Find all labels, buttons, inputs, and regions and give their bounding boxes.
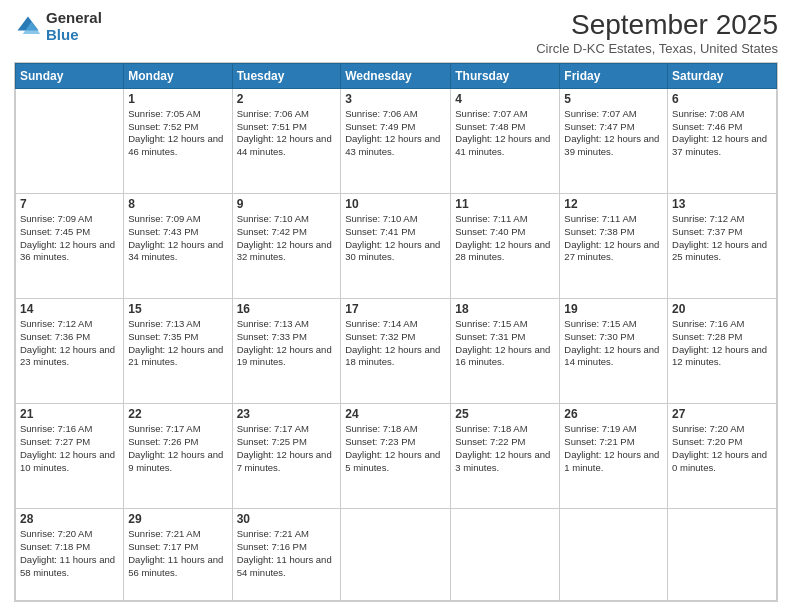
day-info: Sunrise: 7:15 AMSunset: 7:30 PMDaylight:… — [564, 318, 663, 369]
day-info: Sunrise: 7:18 AMSunset: 7:22 PMDaylight:… — [455, 423, 555, 474]
day-header-friday: Friday — [560, 63, 668, 88]
day-number: 3 — [345, 92, 446, 106]
day-number: 28 — [20, 512, 119, 526]
day-number: 8 — [128, 197, 227, 211]
day-info: Sunrise: 7:14 AMSunset: 7:32 PMDaylight:… — [345, 318, 446, 369]
day-cell: 8Sunrise: 7:09 AMSunset: 7:43 PMDaylight… — [124, 193, 232, 298]
day-header-sunday: Sunday — [16, 63, 124, 88]
logo-blue: Blue — [46, 27, 102, 44]
day-number: 4 — [455, 92, 555, 106]
day-cell: 5Sunrise: 7:07 AMSunset: 7:47 PMDaylight… — [560, 88, 668, 193]
header: General Blue September 2025 Circle D-KC … — [14, 10, 778, 56]
day-info: Sunrise: 7:17 AMSunset: 7:25 PMDaylight:… — [237, 423, 337, 474]
day-cell: 27Sunrise: 7:20 AMSunset: 7:20 PMDayligh… — [668, 404, 777, 509]
day-cell: 6Sunrise: 7:08 AMSunset: 7:46 PMDaylight… — [668, 88, 777, 193]
calendar: SundayMondayTuesdayWednesdayThursdayFrid… — [14, 62, 778, 602]
day-number: 17 — [345, 302, 446, 316]
day-info: Sunrise: 7:16 AMSunset: 7:28 PMDaylight:… — [672, 318, 772, 369]
day-number: 22 — [128, 407, 227, 421]
day-info: Sunrise: 7:16 AMSunset: 7:27 PMDaylight:… — [20, 423, 119, 474]
day-cell: 4Sunrise: 7:07 AMSunset: 7:48 PMDaylight… — [451, 88, 560, 193]
day-number: 16 — [237, 302, 337, 316]
day-info: Sunrise: 7:09 AMSunset: 7:43 PMDaylight:… — [128, 213, 227, 264]
calendar-header: SundayMondayTuesdayWednesdayThursdayFrid… — [16, 63, 777, 88]
day-info: Sunrise: 7:20 AMSunset: 7:20 PMDaylight:… — [672, 423, 772, 474]
day-cell: 29Sunrise: 7:21 AMSunset: 7:17 PMDayligh… — [124, 509, 232, 601]
day-number: 12 — [564, 197, 663, 211]
day-cell: 17Sunrise: 7:14 AMSunset: 7:32 PMDayligh… — [341, 298, 451, 403]
day-cell: 3Sunrise: 7:06 AMSunset: 7:49 PMDaylight… — [341, 88, 451, 193]
day-info: Sunrise: 7:18 AMSunset: 7:23 PMDaylight:… — [345, 423, 446, 474]
day-cell: 11Sunrise: 7:11 AMSunset: 7:40 PMDayligh… — [451, 193, 560, 298]
day-cell — [341, 509, 451, 601]
day-cell: 14Sunrise: 7:12 AMSunset: 7:36 PMDayligh… — [16, 298, 124, 403]
day-info: Sunrise: 7:09 AMSunset: 7:45 PMDaylight:… — [20, 213, 119, 264]
day-cell: 23Sunrise: 7:17 AMSunset: 7:25 PMDayligh… — [232, 404, 341, 509]
day-number: 20 — [672, 302, 772, 316]
day-cell: 24Sunrise: 7:18 AMSunset: 7:23 PMDayligh… — [341, 404, 451, 509]
day-cell: 9Sunrise: 7:10 AMSunset: 7:42 PMDaylight… — [232, 193, 341, 298]
day-info: Sunrise: 7:07 AMSunset: 7:48 PMDaylight:… — [455, 108, 555, 159]
day-info: Sunrise: 7:13 AMSunset: 7:35 PMDaylight:… — [128, 318, 227, 369]
day-number: 7 — [20, 197, 119, 211]
title-block: September 2025 Circle D-KC Estates, Texa… — [536, 10, 778, 56]
logo-general: General — [46, 10, 102, 27]
day-cell — [451, 509, 560, 601]
day-info: Sunrise: 7:10 AMSunset: 7:41 PMDaylight:… — [345, 213, 446, 264]
day-number: 19 — [564, 302, 663, 316]
day-header-tuesday: Tuesday — [232, 63, 341, 88]
day-cell: 26Sunrise: 7:19 AMSunset: 7:21 PMDayligh… — [560, 404, 668, 509]
day-cell: 7Sunrise: 7:09 AMSunset: 7:45 PMDaylight… — [16, 193, 124, 298]
day-cell: 2Sunrise: 7:06 AMSunset: 7:51 PMDaylight… — [232, 88, 341, 193]
day-number: 10 — [345, 197, 446, 211]
day-number: 18 — [455, 302, 555, 316]
day-header-thursday: Thursday — [451, 63, 560, 88]
calendar-table: SundayMondayTuesdayWednesdayThursdayFrid… — [15, 63, 777, 601]
day-info: Sunrise: 7:21 AMSunset: 7:17 PMDaylight:… — [128, 528, 227, 579]
day-cell: 21Sunrise: 7:16 AMSunset: 7:27 PMDayligh… — [16, 404, 124, 509]
day-header-monday: Monday — [124, 63, 232, 88]
day-number: 9 — [237, 197, 337, 211]
day-cell — [668, 509, 777, 601]
day-number: 1 — [128, 92, 227, 106]
day-cell: 19Sunrise: 7:15 AMSunset: 7:30 PMDayligh… — [560, 298, 668, 403]
calendar-body: 1Sunrise: 7:05 AMSunset: 7:52 PMDaylight… — [16, 88, 777, 600]
day-number: 23 — [237, 407, 337, 421]
day-header-wednesday: Wednesday — [341, 63, 451, 88]
day-info: Sunrise: 7:13 AMSunset: 7:33 PMDaylight:… — [237, 318, 337, 369]
day-number: 15 — [128, 302, 227, 316]
day-number: 29 — [128, 512, 227, 526]
week-row-5: 28Sunrise: 7:20 AMSunset: 7:18 PMDayligh… — [16, 509, 777, 601]
day-info: Sunrise: 7:21 AMSunset: 7:16 PMDaylight:… — [237, 528, 337, 579]
day-number: 2 — [237, 92, 337, 106]
header-row: SundayMondayTuesdayWednesdayThursdayFrid… — [16, 63, 777, 88]
logo-text: General Blue — [46, 10, 102, 43]
day-number: 5 — [564, 92, 663, 106]
day-cell: 20Sunrise: 7:16 AMSunset: 7:28 PMDayligh… — [668, 298, 777, 403]
day-number: 21 — [20, 407, 119, 421]
day-info: Sunrise: 7:12 AMSunset: 7:36 PMDaylight:… — [20, 318, 119, 369]
day-cell: 18Sunrise: 7:15 AMSunset: 7:31 PMDayligh… — [451, 298, 560, 403]
day-number: 26 — [564, 407, 663, 421]
day-info: Sunrise: 7:10 AMSunset: 7:42 PMDaylight:… — [237, 213, 337, 264]
day-cell: 15Sunrise: 7:13 AMSunset: 7:35 PMDayligh… — [124, 298, 232, 403]
day-cell — [560, 509, 668, 601]
day-header-saturday: Saturday — [668, 63, 777, 88]
day-info: Sunrise: 7:06 AMSunset: 7:49 PMDaylight:… — [345, 108, 446, 159]
day-info: Sunrise: 7:07 AMSunset: 7:47 PMDaylight:… — [564, 108, 663, 159]
day-info: Sunrise: 7:06 AMSunset: 7:51 PMDaylight:… — [237, 108, 337, 159]
day-number: 27 — [672, 407, 772, 421]
day-info: Sunrise: 7:11 AMSunset: 7:40 PMDaylight:… — [455, 213, 555, 264]
subtitle: Circle D-KC Estates, Texas, United State… — [536, 41, 778, 56]
week-row-4: 21Sunrise: 7:16 AMSunset: 7:27 PMDayligh… — [16, 404, 777, 509]
week-row-3: 14Sunrise: 7:12 AMSunset: 7:36 PMDayligh… — [16, 298, 777, 403]
day-number: 25 — [455, 407, 555, 421]
day-info: Sunrise: 7:11 AMSunset: 7:38 PMDaylight:… — [564, 213, 663, 264]
day-info: Sunrise: 7:08 AMSunset: 7:46 PMDaylight:… — [672, 108, 772, 159]
day-cell: 10Sunrise: 7:10 AMSunset: 7:41 PMDayligh… — [341, 193, 451, 298]
day-number: 6 — [672, 92, 772, 106]
day-info: Sunrise: 7:15 AMSunset: 7:31 PMDaylight:… — [455, 318, 555, 369]
day-info: Sunrise: 7:19 AMSunset: 7:21 PMDaylight:… — [564, 423, 663, 474]
day-cell: 13Sunrise: 7:12 AMSunset: 7:37 PMDayligh… — [668, 193, 777, 298]
day-cell: 25Sunrise: 7:18 AMSunset: 7:22 PMDayligh… — [451, 404, 560, 509]
